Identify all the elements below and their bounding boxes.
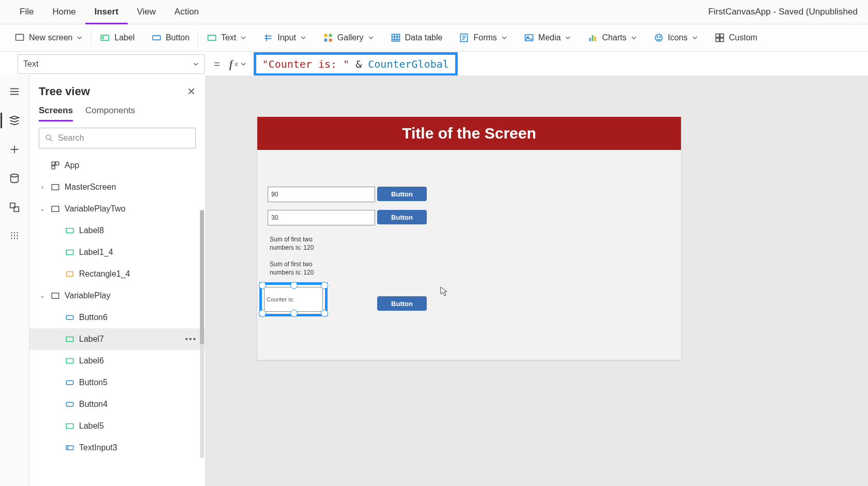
- formula-ampersand: &: [349, 58, 368, 70]
- svg-rect-29: [52, 185, 59, 190]
- scrollbar-thumb[interactable]: [200, 210, 204, 344]
- canvas-sum-label-1[interactable]: Sum of first two numbers is: 120: [270, 236, 332, 252]
- canvas-button-3[interactable]: Button: [377, 296, 427, 311]
- title-banner[interactable]: Title of the Screen: [257, 117, 681, 150]
- textinput-icon: [65, 443, 75, 453]
- insert-pane-icon[interactable]: [9, 144, 20, 155]
- ribbon-data-table[interactable]: Data table: [382, 24, 451, 51]
- resize-handle-s[interactable]: [290, 310, 298, 317]
- tree-node-label6[interactable]: Label6: [29, 350, 205, 372]
- formula-input[interactable]: "Counter is: " & CounterGlobal: [254, 52, 458, 76]
- canvas-sum-label-2[interactable]: Sum of first two numbers is: 120: [270, 261, 332, 277]
- chevron-down-icon: [240, 61, 246, 67]
- menu-home[interactable]: Home: [43, 7, 85, 17]
- tree-node-button4[interactable]: Button4: [29, 393, 205, 415]
- canvas-textinput-1[interactable]: 90: [268, 187, 375, 202]
- svg-rect-12: [590, 38, 591, 41]
- chevron-down-icon: [631, 35, 637, 41]
- tab-screens[interactable]: Screens: [39, 105, 73, 122]
- node-label: Label1_4: [79, 248, 113, 257]
- tree-node-label7[interactable]: Label7 •••: [29, 328, 205, 350]
- node-label: Label6: [79, 356, 104, 366]
- resize-handle-nw[interactable]: [259, 282, 266, 289]
- app-title: FirstCanvasApp - Saved (Unpublished: [708, 7, 858, 17]
- hamburger-icon[interactable]: [9, 86, 20, 97]
- svg-point-15: [655, 34, 662, 41]
- ribbon-gallery[interactable]: Gallery: [315, 24, 382, 51]
- canvas-counter-label[interactable]: Counter is:: [264, 287, 323, 312]
- svg-point-25: [46, 135, 51, 140]
- canvas-screen[interactable]: Title of the Screen 90 Button 30 Button …: [257, 117, 681, 360]
- svg-point-17: [659, 37, 660, 38]
- svg-rect-38: [66, 381, 73, 385]
- screen-icon: [50, 291, 60, 301]
- ribbon-icons[interactable]: Icons: [645, 24, 706, 51]
- ribbon-button[interactable]: Button: [143, 24, 198, 51]
- media-pane-icon[interactable]: [9, 202, 20, 213]
- node-label: TextInput3: [79, 443, 117, 452]
- svg-rect-35: [66, 315, 73, 320]
- tree-node-label5[interactable]: Label5: [29, 415, 205, 437]
- label-icon: [65, 421, 75, 431]
- svg-rect-5: [329, 34, 332, 37]
- node-label: VariablePlayTwo: [65, 204, 126, 214]
- resize-handle-se[interactable]: [321, 310, 328, 317]
- svg-rect-27: [56, 162, 59, 165]
- tree-node-variableplaytwo[interactable]: ⌄ VariablePlayTwo: [29, 198, 205, 220]
- selected-label-outline[interactable]: Counter is:: [259, 282, 328, 316]
- media-icon: [524, 33, 534, 43]
- label-icon: [65, 247, 75, 257]
- tree-node-label8[interactable]: Label8: [29, 220, 205, 241]
- ribbon-text-label: Text: [221, 33, 236, 42]
- resize-handle-sw[interactable]: [259, 310, 266, 317]
- ribbon-custom[interactable]: Custom: [706, 24, 766, 51]
- text-icon: [207, 33, 217, 43]
- tree-node-button5[interactable]: Button5: [29, 372, 205, 393]
- menu-insert[interactable]: Insert: [85, 7, 128, 24]
- ribbon-text[interactable]: Text: [198, 24, 255, 51]
- menu-file[interactable]: File: [10, 7, 43, 17]
- tree-node-button6[interactable]: Button6: [29, 307, 205, 328]
- tree-node-textinput3[interactable]: TextInput3: [29, 437, 205, 459]
- tree-node-variableplay[interactable]: ⌄ VariablePlay: [29, 285, 205, 307]
- tree-scrollbar[interactable]: [200, 210, 204, 458]
- button-icon: [65, 377, 75, 388]
- node-label: Rectangle1_4: [79, 269, 130, 279]
- ribbon-charts-label: Charts: [602, 33, 626, 42]
- title-text: Title of the Screen: [402, 125, 536, 142]
- screen-icon: [14, 33, 25, 43]
- svg-rect-13: [592, 35, 594, 41]
- ribbon-new-screen[interactable]: New screen: [6, 24, 91, 51]
- close-icon[interactable]: ✕: [187, 85, 196, 98]
- ribbon-label[interactable]: Label: [91, 24, 143, 51]
- ribbon-input[interactable]: Input: [255, 24, 315, 51]
- resize-handle-ne[interactable]: [321, 282, 328, 289]
- ribbon-forms[interactable]: Forms: [451, 24, 515, 51]
- svg-rect-41: [66, 446, 73, 450]
- node-label: Label8: [79, 226, 104, 235]
- canvas-area: Title of the Screen 90 Button 30 Button …: [206, 75, 868, 486]
- tree-node-app[interactable]: App: [29, 155, 205, 176]
- advanced-tools-icon[interactable]: [9, 231, 20, 242]
- svg-rect-18: [716, 34, 719, 38]
- fx-label[interactable]: fx: [229, 58, 246, 70]
- ribbon-charts[interactable]: Charts: [579, 24, 645, 51]
- ribbon-media[interactable]: Media: [516, 24, 580, 51]
- tree-node-label1-4[interactable]: Label1_4: [29, 241, 205, 263]
- tree-node-masterscreen[interactable]: › MasterScreen: [29, 176, 205, 198]
- tree-view-icon[interactable]: [9, 115, 20, 126]
- svg-rect-30: [52, 206, 59, 212]
- tab-components[interactable]: Components: [85, 105, 135, 122]
- data-icon[interactable]: [9, 173, 20, 184]
- property-selector[interactable]: Text: [18, 54, 205, 74]
- label-icon: [100, 33, 110, 43]
- menu-action[interactable]: Action: [165, 7, 208, 17]
- tree-node-rectangle1-4[interactable]: Rectangle1_4: [29, 263, 205, 285]
- menu-view[interactable]: View: [128, 7, 165, 17]
- canvas-textinput-2[interactable]: 30: [268, 210, 375, 225]
- canvas-button-1[interactable]: Button: [377, 187, 427, 201]
- more-icon[interactable]: •••: [185, 335, 197, 344]
- search-input[interactable]: Search: [39, 128, 196, 148]
- resize-handle-n[interactable]: [290, 282, 298, 289]
- canvas-button-2[interactable]: Button: [377, 210, 427, 224]
